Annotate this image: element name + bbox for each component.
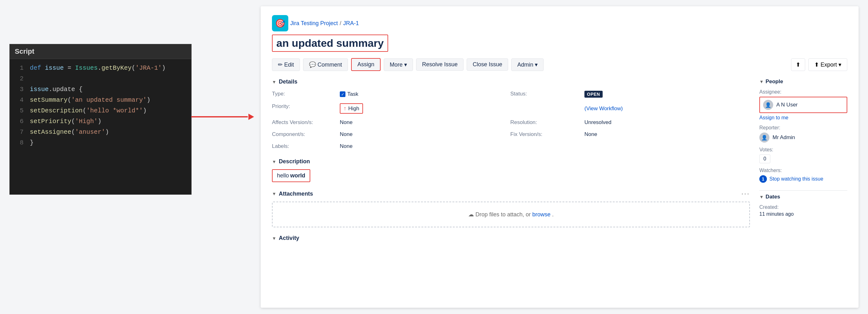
breadcrumb-sep: / xyxy=(340,20,341,27)
code-token: setPriority xyxy=(30,118,71,125)
line-number: 1 xyxy=(12,63,24,73)
task-checkbox-icon: ✓ xyxy=(340,91,345,97)
people-chevron-icon: ▼ xyxy=(760,79,764,84)
details-header[interactable]: ▼ Details xyxy=(272,78,750,85)
status-label: Status: xyxy=(510,90,580,99)
code-token: setSummary xyxy=(30,96,67,104)
code-token: issue xyxy=(30,86,49,93)
more-button[interactable]: More ▾ xyxy=(384,58,413,71)
code-token: ( xyxy=(83,107,86,114)
description-header[interactable]: ▼ Description xyxy=(272,158,750,165)
right-sidebar: ▼ People Assignee: 👤 A N User Assign to … xyxy=(760,78,847,249)
stop-watching-link[interactable]: Stop watching this issue xyxy=(769,176,824,182)
affects-label: Affects Version/s: xyxy=(272,118,335,127)
code-token: ( xyxy=(71,118,75,125)
fix-label: Fix Version/s: xyxy=(510,130,580,139)
editor-body: 1def issue = Issues.getByKey('JRA-1')23i… xyxy=(10,59,191,194)
details-label: Details xyxy=(279,78,298,85)
dates-header: ▼ Dates xyxy=(760,194,847,200)
code-token: ( xyxy=(71,128,75,136)
assign-button[interactable]: Assign xyxy=(351,58,381,71)
type-label: Type: xyxy=(272,90,335,99)
code-token: Issues xyxy=(75,64,98,71)
breadcrumb-project[interactable]: Jira Testing Project xyxy=(290,20,338,27)
browse-suffix: . xyxy=(552,211,554,218)
created-label: Created: xyxy=(760,205,847,210)
labels-value: None xyxy=(340,142,505,151)
code-line: 4 setSummary('an updated summary') xyxy=(10,95,191,105)
votes-count[interactable]: 0 xyxy=(760,155,770,163)
code-token: ) xyxy=(162,64,165,71)
line-number: 2 xyxy=(12,73,24,84)
activity-label: Activity xyxy=(279,235,299,242)
arrow-head xyxy=(248,114,254,120)
labels-label: Labels: xyxy=(272,142,335,151)
code-token: getByKey xyxy=(101,64,132,71)
code-token: def xyxy=(30,64,45,71)
code-text: setSummary('an updated summary') xyxy=(30,95,150,105)
code-token: . xyxy=(98,64,101,71)
reporter-name: Mr Admin xyxy=(773,134,795,141)
code-line: 7 setAssignee('anuser') xyxy=(10,127,191,137)
attachments-more-icon[interactable]: ··· xyxy=(741,190,750,198)
resolution-value: Unresolved xyxy=(584,118,750,127)
code-token: setAssignee xyxy=(30,128,71,136)
affects-value: None xyxy=(340,118,505,127)
description-text-bold: world xyxy=(290,172,305,179)
reporter-avatar: 👤 xyxy=(760,132,769,143)
script-editor: Script 1def issue = Issues.getByKey('JRA… xyxy=(9,44,192,195)
component-label: Component/s: xyxy=(272,130,335,139)
comment-button[interactable]: 💬 Comment xyxy=(303,58,348,71)
export-button[interactable]: ⬆ Export ▾ xyxy=(808,58,847,71)
code-token: = xyxy=(64,64,75,71)
description-chevron-icon: ▼ xyxy=(272,159,276,164)
close-button[interactable]: Close Issue xyxy=(467,58,508,71)
people-header: ▼ People xyxy=(760,78,847,85)
editor-title: Script xyxy=(10,44,191,59)
share-button[interactable]: ⬆ xyxy=(791,58,805,71)
edit-button[interactable]: ✏ Edit xyxy=(272,58,300,71)
description-section: ▼ Description hello world xyxy=(272,158,750,182)
description-text-normal: hello xyxy=(277,172,289,179)
issue-title[interactable]: an updated summary xyxy=(272,35,388,52)
view-workflow-link[interactable]: (View Workflow) xyxy=(584,105,623,112)
browse-link[interactable]: browse xyxy=(532,211,551,218)
view-workflow[interactable]: (View Workflow) xyxy=(584,102,750,115)
arrow xyxy=(191,116,254,118)
attachments-chevron-icon: ▼ xyxy=(272,191,276,196)
code-text: } xyxy=(30,137,34,148)
reporter-label: Reporter: xyxy=(760,125,847,131)
breadcrumb-key[interactable]: JRA-1 xyxy=(343,20,359,27)
assign-to-me-link[interactable]: Assign to me xyxy=(760,115,847,121)
code-line: 2 xyxy=(10,73,191,84)
attachments-header: ▼ Attachments ··· xyxy=(272,190,750,198)
left-content: ▼ Details Type: ✓ Task Status: OPEN Pri xyxy=(272,78,750,249)
code-line: 5 setDescription('hello *world*') xyxy=(10,105,191,116)
line-number: 5 xyxy=(12,105,24,116)
code-token: issue xyxy=(45,64,64,71)
priority-high-badge: ↑ High xyxy=(340,103,363,114)
attachments-section-label[interactable]: ▼ Attachments xyxy=(272,191,313,197)
people-section: ▼ People Assignee: 👤 A N User Assign to … xyxy=(760,78,847,183)
admin-button[interactable]: Admin ▾ xyxy=(511,58,544,71)
assignee-name: A N User xyxy=(776,102,798,108)
code-token: ) xyxy=(147,96,150,104)
drop-zone[interactable]: ☁ Drop files to attach, or browse . xyxy=(272,201,750,227)
code-text: setPriority('High') xyxy=(30,116,101,127)
code-token: 'JRA-1' xyxy=(135,64,162,71)
reporter-row: 👤 Mr Admin xyxy=(760,132,847,143)
activity-header[interactable]: ▼ Activity xyxy=(272,235,750,242)
resolve-button[interactable]: Resolve Issue xyxy=(416,58,464,71)
line-number: 7 xyxy=(12,127,24,137)
assignee-label: Assignee: xyxy=(760,89,847,95)
code-line: 3issue.update { xyxy=(10,84,191,95)
line-number: 6 xyxy=(12,116,24,127)
details-section: ▼ Details Type: ✓ Task Status: OPEN Pri xyxy=(272,78,750,151)
code-text: issue.update { xyxy=(30,84,83,95)
drop-text: Drop files to attach, or xyxy=(475,211,532,218)
issue-title-row: an updated summary xyxy=(272,35,847,52)
people-label: People xyxy=(766,78,783,85)
description-label: Description xyxy=(279,158,310,165)
attachments-label: Attachments xyxy=(279,191,313,197)
breadcrumb: 🎯 Jira Testing Project / JRA-1 xyxy=(272,15,847,31)
